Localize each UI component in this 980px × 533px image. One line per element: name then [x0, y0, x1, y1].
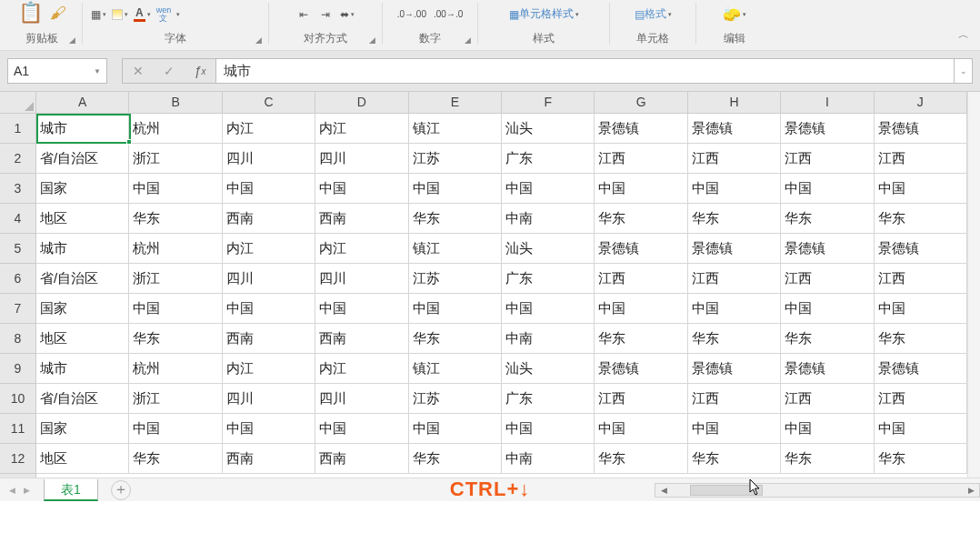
row-header[interactable]: 7	[0, 294, 35, 324]
decrease-indent-button[interactable]: ⇤	[295, 5, 313, 24]
cell[interactable]: 景德镇	[781, 234, 874, 264]
cell[interactable]: 地区	[36, 444, 129, 474]
name-box[interactable]: A1 ▼	[7, 58, 107, 84]
cell[interactable]: 中国	[595, 174, 687, 204]
cell[interactable]: 浙江	[129, 384, 222, 414]
cell[interactable]: 城市	[36, 234, 129, 264]
cell[interactable]: 景德镇	[688, 354, 781, 384]
cell[interactable]: 江西	[688, 144, 781, 174]
cell[interactable]: 中南	[502, 204, 595, 234]
cell[interactable]: 广东	[502, 264, 595, 294]
cell[interactable]: 镇江	[409, 114, 502, 144]
cell[interactable]: 中南	[502, 324, 595, 354]
row-header[interactable]: 4	[0, 204, 35, 234]
cell[interactable]: 中国	[781, 174, 874, 204]
cell[interactable]: 杭州	[129, 354, 222, 384]
cell[interactable]: 景德镇	[781, 114, 874, 144]
cell[interactable]: 景德镇	[688, 234, 781, 264]
row-header[interactable]: 11	[0, 414, 35, 444]
cell[interactable]: 西南	[315, 444, 408, 474]
column-header[interactable]: G	[595, 92, 687, 113]
cell[interactable]: 国家	[36, 414, 129, 444]
cell[interactable]: 中国	[502, 294, 595, 324]
cell[interactable]: 江西	[595, 384, 687, 414]
cell[interactable]: 华东	[688, 324, 781, 354]
cell[interactable]: 景德镇	[875, 114, 967, 144]
vertical-scrollbar[interactable]	[967, 92, 980, 478]
cell[interactable]: 中国	[409, 294, 502, 324]
cell[interactable]: 内江	[223, 114, 315, 144]
cell[interactable]: 四川	[315, 264, 408, 294]
cell[interactable]: 杭州	[129, 114, 222, 144]
cell[interactable]: 浙江	[129, 144, 222, 174]
cell[interactable]: 中国	[595, 414, 687, 444]
collapse-ribbon-button[interactable]: ︿	[951, 25, 976, 50]
cell[interactable]: 中国	[315, 414, 408, 444]
cell[interactable]: 华东	[409, 324, 502, 354]
cell[interactable]: 中国	[875, 174, 967, 204]
cell[interactable]: 中国	[129, 174, 222, 204]
column-header[interactable]: F	[502, 92, 595, 113]
cell[interactable]: 江西	[781, 264, 874, 294]
cell[interactable]: 西南	[223, 204, 315, 234]
cell[interactable]: 内江	[315, 114, 408, 144]
row-header[interactable]: 8	[0, 324, 35, 354]
cell-styles-button[interactable]: ▦ 单元格样式▾	[507, 5, 581, 24]
cell[interactable]: 汕头	[502, 114, 595, 144]
cell[interactable]: 汕头	[502, 354, 595, 384]
cell[interactable]: 华东	[781, 324, 874, 354]
cell[interactable]: 西南	[315, 324, 408, 354]
decrease-decimal-button[interactable]: .00→.0	[432, 5, 465, 24]
cell[interactable]: 中国	[223, 414, 315, 444]
fill-color-button[interactable]: ▾	[110, 5, 130, 24]
cell[interactable]: 广东	[502, 144, 595, 174]
row-header[interactable]: 9	[0, 354, 35, 384]
column-header[interactable]: J	[875, 92, 967, 113]
cell[interactable]: 中国	[502, 174, 595, 204]
cell[interactable]: 国家	[36, 294, 129, 324]
paste-button[interactable]: 📋	[15, 0, 45, 27]
formula-input[interactable]: 城市	[215, 58, 955, 84]
row-header[interactable]: 5	[0, 234, 35, 264]
cell[interactable]: 内江	[315, 234, 408, 264]
cell[interactable]: 城市	[36, 354, 129, 384]
cell[interactable]: 中国	[129, 294, 222, 324]
row-header[interactable]: 1	[0, 114, 35, 144]
cell[interactable]: 江苏	[409, 384, 502, 414]
cell[interactable]: 四川	[223, 264, 315, 294]
cell[interactable]: 内江	[315, 354, 408, 384]
cell[interactable]: 中国	[223, 174, 315, 204]
tab-nav-prev[interactable]: ◀	[5, 483, 18, 498]
cell[interactable]: 江苏	[409, 264, 502, 294]
cell[interactable]: 景德镇	[875, 234, 967, 264]
cell[interactable]: 广东	[502, 384, 595, 414]
cell[interactable]: 景德镇	[688, 114, 781, 144]
tab-nav-next[interactable]: ▶	[20, 483, 33, 498]
cell[interactable]: 城市	[36, 114, 129, 144]
phonetic-button[interactable]: wen文	[155, 5, 174, 24]
clear-button[interactable]: 🧽▾	[721, 5, 748, 24]
cell[interactable]: 中国	[781, 294, 874, 324]
cell[interactable]: 省/自治区	[36, 144, 129, 174]
sheet-tab-active[interactable]: 表1	[44, 479, 98, 501]
cell[interactable]: 华东	[595, 204, 687, 234]
cell[interactable]: 景德镇	[595, 114, 687, 144]
dialog-launcher-icon[interactable]: ◢	[365, 34, 378, 46]
cell[interactable]: 中国	[875, 294, 967, 324]
cell[interactable]: 景德镇	[595, 234, 687, 264]
format-painter-button[interactable]: 🖌	[48, 4, 68, 22]
cell[interactable]: 西南	[223, 444, 315, 474]
cell[interactable]: 华东	[595, 324, 687, 354]
format-button[interactable]: ▤ 格式▾	[633, 5, 674, 24]
cell[interactable]: 四川	[223, 384, 315, 414]
increase-decimal-button[interactable]: .0→.00	[395, 5, 428, 24]
cell[interactable]: 中国	[688, 174, 781, 204]
row-header[interactable]: 6	[0, 264, 35, 294]
cell[interactable]: 景德镇	[595, 354, 687, 384]
cell[interactable]: 四川	[315, 144, 408, 174]
select-all-corner[interactable]	[0, 92, 36, 114]
dialog-launcher-icon[interactable]: ◢	[461, 34, 474, 46]
cell[interactable]: 江西	[688, 384, 781, 414]
fx-button[interactable]: ƒx	[185, 59, 215, 83]
cell[interactable]: 四川	[315, 384, 408, 414]
